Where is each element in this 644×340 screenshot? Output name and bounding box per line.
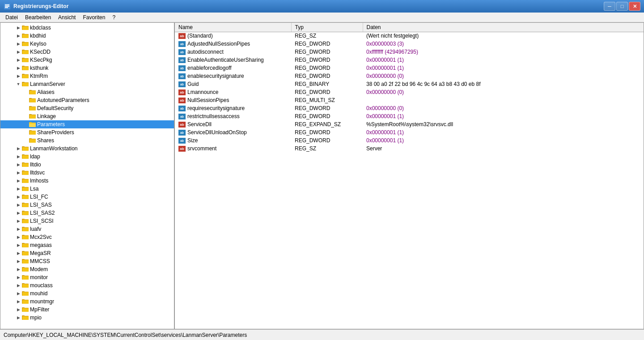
tree-expander[interactable]: ▶ bbox=[15, 250, 22, 257]
tree-expander[interactable]: ▶ bbox=[15, 314, 22, 321]
tree-item[interactable]: ▶ LSI_SAS bbox=[0, 201, 174, 209]
tree-expander[interactable]: ▶ bbox=[15, 48, 22, 55]
tree-item-label: mouclass bbox=[30, 282, 53, 289]
tree-expander[interactable]: ▶ bbox=[15, 64, 22, 72]
tree-item[interactable]: ▶ lmhosts bbox=[0, 177, 174, 185]
table-row[interactable]: abenableforcedlogoff REG_DWORD 0x0000000… bbox=[175, 64, 644, 72]
tree-item[interactable]: ▶ LSI_FC bbox=[0, 193, 174, 201]
tree-expander[interactable]: ▶ bbox=[15, 209, 22, 217]
table-row[interactable]: abEnableAuthenticateUserSharing REG_DWOR… bbox=[175, 56, 644, 64]
tree-expander[interactable]: ▶ bbox=[15, 193, 22, 200]
tree-expander[interactable]: ▶ bbox=[15, 306, 22, 313]
col-name[interactable]: Name bbox=[175, 23, 291, 32]
tree-expander[interactable]: ▶ bbox=[15, 217, 22, 225]
tree-expander[interactable]: ▶ bbox=[15, 72, 22, 80]
tree-item[interactable]: ▶ kbdclass bbox=[0, 24, 174, 32]
tree-expander[interactable]: ▼ bbox=[15, 81, 22, 88]
tree-scroll[interactable]: ▶ kbdclass▶ kbdhid▶ KeyIso▶ bbox=[0, 23, 174, 329]
tree-item[interactable]: ▶ monitor bbox=[0, 273, 174, 281]
tree-expander[interactable]: ▶ bbox=[15, 298, 22, 305]
tree-expander[interactable]: ▶ bbox=[15, 153, 22, 160]
tree-expander[interactable]: ▶ bbox=[15, 56, 22, 64]
tree-expander[interactable]: ▶ bbox=[15, 242, 22, 249]
tree-expander[interactable]: ▶ bbox=[15, 225, 22, 233]
tree-item[interactable]: ▶ KeyIso bbox=[0, 40, 174, 48]
tree-item[interactable]: ▶ MpFilter bbox=[0, 306, 174, 314]
tree-item[interactable]: ▶ KSecDD bbox=[0, 48, 174, 56]
tree-item[interactable]: Aliases bbox=[0, 88, 174, 96]
tree-item[interactable]: ▶ KtmRm bbox=[0, 72, 174, 80]
tree-item[interactable]: ▼ LanmanServer bbox=[0, 80, 174, 88]
tree-expander[interactable]: ▶ bbox=[15, 185, 22, 192]
tree-item[interactable]: ▶ mouclass bbox=[0, 281, 174, 289]
tree-expander[interactable]: ▶ bbox=[15, 24, 22, 31]
tree-expander[interactable]: ▶ bbox=[15, 266, 22, 273]
tree-item[interactable]: ▶ LanmanWorkstation bbox=[0, 144, 174, 153]
tree-item[interactable]: ▶ Lsa bbox=[0, 185, 174, 193]
detail-scroll[interactable]: Name Typ Daten ab(Standard) REG_SZ (Wert… bbox=[175, 23, 644, 329]
table-row[interactable]: abNullSessionPipes REG_MULTI_SZ bbox=[175, 96, 644, 104]
minimize-button[interactable]: ─ bbox=[604, 2, 615, 11]
folder-icon bbox=[22, 210, 29, 216]
tree-item[interactable]: ▶ Mcx2Svc bbox=[0, 233, 174, 241]
tree-expander[interactable]: ▶ bbox=[15, 169, 22, 176]
tree-expander[interactable]: ▶ bbox=[15, 234, 22, 241]
close-button[interactable]: ✕ bbox=[629, 2, 640, 11]
col-type[interactable]: Typ bbox=[291, 23, 363, 32]
table-row[interactable]: ab(Standard) REG_SZ (Wert nicht festgele… bbox=[175, 32, 644, 40]
tree-item[interactable]: ▶ megasas bbox=[0, 241, 174, 249]
tree-item[interactable]: ▶ LSI_SAS2 bbox=[0, 209, 174, 217]
tree-item-label: DefaultSecurity bbox=[37, 105, 73, 111]
menu-ansicht[interactable]: Ansicht bbox=[55, 13, 79, 21]
tree-expander[interactable]: ▶ bbox=[15, 145, 22, 152]
tree-item[interactable]: Shares bbox=[0, 136, 174, 144]
table-row[interactable]: absrvcomment REG_SZ Server bbox=[175, 144, 644, 153]
tree-expander[interactable]: ▶ bbox=[15, 258, 22, 265]
tree-item[interactable]: ▶ LSI_SCSI bbox=[0, 217, 174, 225]
tree-item[interactable]: Linkage bbox=[0, 112, 174, 120]
tree-expander[interactable]: ▶ bbox=[15, 274, 22, 281]
maximize-button[interactable]: □ bbox=[616, 2, 628, 11]
table-row[interactable]: abGuid REG_BINARY 38 00 a0 2f 22 bd 96 4… bbox=[175, 80, 644, 88]
table-row[interactable]: abautodisconnect REG_DWORD 0xffffffff (4… bbox=[175, 48, 644, 56]
tree-item[interactable]: ▶ MegaSR bbox=[0, 249, 174, 257]
tree-item[interactable]: ▶ mpio bbox=[0, 314, 174, 322]
tree-expander[interactable]: ▶ bbox=[15, 32, 22, 39]
detail-pane: Name Typ Daten ab(Standard) REG_SZ (Wert… bbox=[175, 23, 644, 329]
tree-item[interactable]: DefaultSecurity bbox=[0, 104, 174, 112]
tree-expander[interactable]: ▶ bbox=[15, 290, 22, 297]
col-data[interactable]: Daten bbox=[363, 23, 644, 32]
tree-expander[interactable]: ▶ bbox=[15, 177, 22, 184]
table-row[interactable]: abenablesecuritysignature REG_DWORD 0x00… bbox=[175, 72, 644, 80]
tree-item[interactable]: ShareProviders bbox=[0, 128, 174, 136]
tree-expander[interactable]: ▶ bbox=[15, 201, 22, 208]
tree-item[interactable]: ▶ KSecPkg bbox=[0, 56, 174, 64]
table-row[interactable]: abAdjustedNullSessionPipes REG_DWORD 0x0… bbox=[175, 40, 644, 48]
tree-item[interactable]: ▶ mountmgr bbox=[0, 298, 174, 306]
tree-item[interactable]: ▶ lltdsvc bbox=[0, 169, 174, 177]
tree-item[interactable]: ▶ Modem bbox=[0, 265, 174, 273]
tree-expander[interactable]: ▶ bbox=[15, 282, 22, 289]
menu-help[interactable]: ? bbox=[109, 13, 119, 21]
tree-item[interactable]: ▶ kbdhid bbox=[0, 32, 174, 40]
menu-bearbeiten[interactable]: Bearbeiten bbox=[21, 13, 55, 21]
menu-favoriten[interactable]: Favoriten bbox=[79, 13, 109, 21]
tree-item[interactable]: ▶ lltdio bbox=[0, 161, 174, 169]
table-row[interactable]: abrequiresecuritysignature REG_DWORD 0x0… bbox=[175, 104, 644, 112]
table-row[interactable]: abSize REG_DWORD 0x00000001 (1) bbox=[175, 136, 644, 144]
table-row[interactable]: abrestrictnullsessaccess REG_DWORD 0x000… bbox=[175, 112, 644, 120]
tree-expander[interactable]: ▶ bbox=[15, 161, 22, 168]
tree-item[interactable]: Parameters bbox=[0, 120, 174, 128]
tree-item[interactable]: ▶ MMCSS bbox=[0, 257, 174, 265]
table-row[interactable]: abServiceDll REG_EXPAND_SZ %SystemRoot%\… bbox=[175, 120, 644, 128]
tree-item[interactable]: ▶ ksthunk bbox=[0, 64, 174, 72]
tree-expander[interactable]: ▶ bbox=[15, 40, 22, 47]
tree-item[interactable]: AutotunedParameters bbox=[0, 96, 174, 104]
tree-item[interactable]: ▶ mouhid bbox=[0, 289, 174, 298]
table-row[interactable]: abServiceDllUnloadOnStop REG_DWORD 0x000… bbox=[175, 128, 644, 136]
tree-item[interactable]: ▶ ldap bbox=[0, 153, 174, 161]
tree-item[interactable]: ▶ luafv bbox=[0, 225, 174, 233]
table-row[interactable]: abLmannounce REG_DWORD 0x00000000 (0) bbox=[175, 88, 644, 96]
tree-item-label: KSecPkg bbox=[30, 57, 52, 63]
menu-datei[interactable]: Datei bbox=[2, 13, 21, 21]
